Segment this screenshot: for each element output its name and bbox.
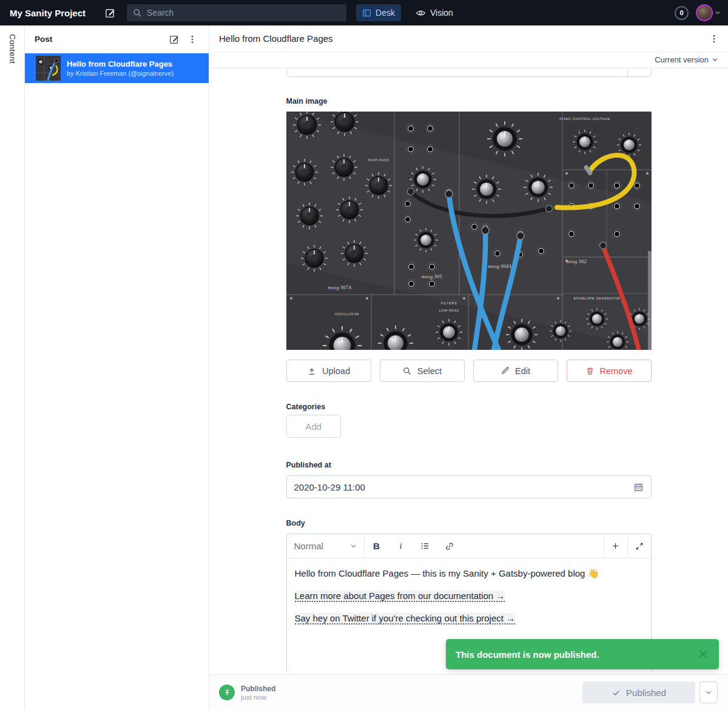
new-document-button[interactable] <box>101 4 118 21</box>
select-button[interactable]: Select <box>380 360 465 382</box>
success-toast: This document is now published. <box>446 639 719 669</box>
check-icon <box>612 688 621 697</box>
text-style-select[interactable]: Normal <box>287 534 365 558</box>
post-item-text: Hello from Cloudflare Pages by Kristian … <box>67 59 174 77</box>
upload-icon <box>307 366 317 376</box>
compose-icon <box>104 7 116 19</box>
post-list-panel: Post Hello from Cloudflare Pages <box>25 25 209 710</box>
italic-button[interactable]: i <box>389 534 413 558</box>
calendar-icon[interactable] <box>633 482 644 492</box>
search-icon <box>402 366 412 376</box>
expand-icon <box>635 542 644 551</box>
body-paragraph: Hello from Cloudflare Pages — this is my… <box>295 567 643 580</box>
post-thumbnail <box>36 56 61 81</box>
search-input[interactable] <box>147 8 340 18</box>
image-actions: Upload Select Edit Remove <box>286 360 652 382</box>
svg-text:moog 907A: moog 907A <box>328 285 351 290</box>
close-icon[interactable] <box>697 648 709 660</box>
main-image-label: Main image <box>286 97 652 105</box>
desk-icon <box>362 8 371 18</box>
toast-message: This document is now published. <box>456 649 697 660</box>
document-scroll-area[interactable]: Main image <box>209 68 728 674</box>
chevron-down-icon <box>705 689 712 696</box>
presence-badge[interactable]: 0 <box>675 6 689 20</box>
upload-button[interactable]: Upload <box>286 360 371 382</box>
compose-icon <box>169 34 180 45</box>
project-title[interactable]: My Sanity Project <box>10 8 86 18</box>
tab-desk-label: Desk <box>376 8 395 18</box>
post-panel-menu-button[interactable] <box>183 30 201 49</box>
document-header: Hello from Cloudflare Pages <box>209 25 728 52</box>
chevron-down-icon <box>712 56 718 63</box>
content-rail: Content <box>0 25 25 710</box>
chevron-down-icon <box>350 543 357 549</box>
svg-text:ENVELOPE GENERATOR: ENVELOPE GENERATOR <box>573 296 619 300</box>
slug-field-partial[interactable] <box>286 69 652 78</box>
add-category-button[interactable]: Add <box>286 415 341 438</box>
edit-label: Edit <box>515 366 530 376</box>
post-item-subtitle: by Kristian Freeman (@signalnerve) <box>67 70 174 77</box>
categories-label: Categories <box>286 403 652 411</box>
sanity-studio: My Sanity Project Desk Vision 0 <box>0 0 728 710</box>
tab-vision-label: Vision <box>430 8 453 18</box>
content-rail-label: Content <box>8 34 17 710</box>
svg-text:moog 995: moog 995 <box>422 274 442 280</box>
workspace: Content Post <box>0 25 728 710</box>
dots-vertical-icon <box>709 34 719 44</box>
version-selector[interactable]: Current version <box>209 52 728 68</box>
plus-icon <box>611 541 620 551</box>
publish-status-time: just now <box>241 694 275 701</box>
tab-desk[interactable]: Desk <box>356 4 401 21</box>
list-icon <box>420 541 430 551</box>
eye-icon <box>416 8 426 18</box>
create-post-button[interactable] <box>165 30 183 49</box>
tab-vision[interactable]: Vision <box>410 4 459 21</box>
bold-button[interactable]: B <box>365 534 389 558</box>
published-at-field[interactable] <box>286 475 652 498</box>
version-label: Current version <box>655 55 709 64</box>
document-menu-button[interactable] <box>705 30 723 48</box>
svg-text:FILTERS: FILTERS <box>440 301 456 305</box>
chevron-down-icon <box>715 10 721 16</box>
published-icon <box>219 685 235 700</box>
remove-label: Remove <box>600 366 633 376</box>
svg-text:moog 904A: moog 904A <box>488 264 511 269</box>
svg-text:HIGH PASS: HIGH PASS <box>368 158 389 162</box>
publish-button-label: Published <box>626 688 666 698</box>
page-title: Hello from Cloudflare Pages <box>219 33 705 44</box>
pencil-icon <box>500 366 510 375</box>
link-icon <box>445 541 454 551</box>
search-bar[interactable] <box>127 4 346 21</box>
body-label: Body <box>286 519 652 527</box>
remove-button[interactable]: Remove <box>567 360 652 382</box>
svg-text:moog 902: moog 902 <box>566 259 587 264</box>
svg-text:LOW PASS: LOW PASS <box>439 309 459 312</box>
post-item-title: Hello from Cloudflare Pages <box>67 59 174 69</box>
post-panel-header: Post <box>25 25 209 53</box>
main-image-photo: HIGH PASS moog 907A moog 995 <box>286 112 652 350</box>
document-panel: Hello from Cloudflare Pages Current vers… <box>209 25 728 710</box>
trash-icon <box>585 366 595 375</box>
link-button[interactable] <box>437 534 462 558</box>
publish-button[interactable]: Published <box>582 682 695 703</box>
text-style-value: Normal <box>294 541 323 551</box>
select-label: Select <box>417 366 442 376</box>
publish-actions-menu-button[interactable] <box>699 682 718 703</box>
bullet-list-button[interactable] <box>413 534 437 558</box>
body-link-docs[interactable]: Learn more about Pages from our document… <box>295 591 505 602</box>
publish-status: Published just now <box>219 685 275 701</box>
published-at-label: Published at <box>286 461 652 469</box>
search-icon <box>133 8 147 18</box>
svg-text:OSCILLATOR: OSCILLATOR <box>334 312 359 316</box>
insert-block-button[interactable] <box>604 534 627 558</box>
user-menu[interactable] <box>696 4 721 21</box>
publish-status-title: Published <box>241 685 275 693</box>
list-item[interactable]: Hello from Cloudflare Pages by Kristian … <box>25 53 209 83</box>
post-panel-title: Post <box>35 35 165 44</box>
body-link-twitter[interactable]: Say hey on Twitter if you're checking ou… <box>295 613 516 625</box>
top-navbar: My Sanity Project Desk Vision 0 <box>0 0 728 25</box>
published-at-input[interactable] <box>294 482 629 492</box>
edit-button[interactable]: Edit <box>473 360 558 382</box>
expand-editor-button[interactable] <box>627 534 651 558</box>
upload-label: Upload <box>322 366 350 376</box>
